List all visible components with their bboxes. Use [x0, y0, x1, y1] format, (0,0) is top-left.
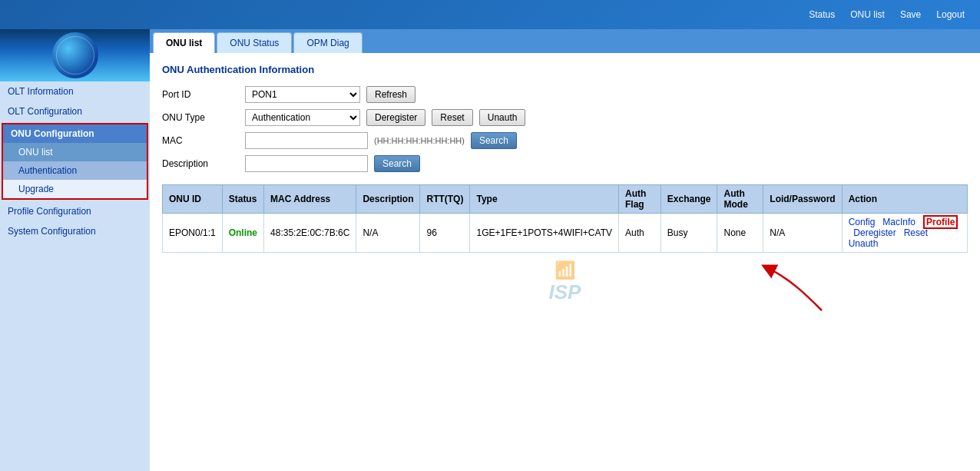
port-id-select[interactable]: PON1 PON2 PON3 PON4	[245, 86, 360, 103]
nav-logout[interactable]: Logout	[936, 9, 965, 20]
sidebar-logo	[0, 29, 150, 81]
onu-type-label: ONU Type	[162, 112, 239, 123]
content-wrapper: ONU ID Status MAC Address Description RT…	[162, 184, 968, 330]
sidebar-item-profile-config[interactable]: Profile Configuration	[0, 201, 150, 221]
main-layout: OLT Information OLT Configuration ONU Co…	[0, 29, 980, 471]
deregister-button[interactable]: Deregister	[366, 109, 425, 126]
content-area: ONU list ONU Status OPM Diag ONU Authent…	[150, 29, 980, 471]
cell-auth-flag: Auth	[618, 214, 661, 253]
description-label: Description	[162, 158, 239, 169]
cell-description: N/A	[356, 214, 420, 253]
nav-save[interactable]: Save	[900, 9, 921, 20]
refresh-button[interactable]: Refresh	[366, 86, 416, 103]
cell-exchange: Busy	[661, 214, 717, 253]
sidebar-item-onu-list[interactable]: ONU list	[3, 143, 147, 161]
table-header: ONU ID Status MAC Address Description RT…	[163, 185, 968, 214]
sidebar-item-olt-configuration[interactable]: OLT Configuration	[0, 101, 150, 121]
cell-type: 1GE+1FE+1POTS+4WIFI+CATV	[470, 214, 619, 253]
mac-hint: (HH:HH:HH:HH:HH:HH)	[374, 136, 465, 145]
action-config[interactable]: Config	[849, 217, 876, 227]
col-auth-mode: Auth Mode	[717, 185, 763, 214]
description-row: Description Search	[162, 155, 968, 172]
mac-label: MAC	[162, 135, 239, 146]
sidebar: OLT Information OLT Configuration ONU Co…	[0, 29, 150, 471]
col-description: Description	[356, 185, 420, 214]
description-input[interactable]	[245, 155, 368, 172]
sidebar-onu-config-section: ONU Configuration ONU list Authenticatio…	[2, 123, 148, 200]
tab-onu-status[interactable]: ONU Status	[217, 32, 292, 53]
tab-bar: ONU list ONU Status OPM Diag	[150, 29, 980, 53]
port-id-label: Port ID	[162, 89, 239, 100]
nav-status[interactable]: Status	[809, 9, 835, 20]
action-profile[interactable]: Profile	[923, 215, 958, 229]
sidebar-item-olt-information[interactable]: OLT Information	[0, 81, 150, 101]
mac-input[interactable]	[245, 132, 368, 149]
col-onu-id: ONU ID	[163, 185, 223, 214]
cell-auth-mode: None	[717, 214, 763, 253]
onu-table: ONU ID Status MAC Address Description RT…	[162, 184, 968, 253]
col-rtt: RTT(TQ)	[420, 185, 470, 214]
table-row: EPON0/1:1 Online 48:35:2E:0C:7B:6C N/A 9…	[163, 214, 968, 253]
col-auth-flag: Auth Flag	[618, 185, 661, 214]
nav-onu-list[interactable]: ONU list	[850, 9, 885, 20]
top-nav: Status ONU list Save Logout	[0, 0, 980, 29]
action-deregister[interactable]: Deregister	[853, 227, 896, 238]
isp-watermark: 📶 ISP	[549, 260, 581, 304]
col-exchange: Exchange	[661, 185, 717, 214]
reset-button[interactable]: Reset	[432, 109, 472, 126]
arrow-annotation	[753, 257, 829, 318]
globe-icon	[52, 32, 98, 78]
tab-onu-list[interactable]: ONU list	[153, 32, 215, 53]
table-body: EPON0/1:1 Online 48:35:2E:0C:7B:6C N/A 9…	[163, 214, 968, 253]
network-lines-icon	[56, 36, 94, 75]
action-unauth[interactable]: Unauth	[849, 238, 879, 249]
cell-rtt: 96	[420, 214, 470, 253]
cell-mac: 48:35:2E:0C:7B:6C	[264, 214, 356, 253]
cell-onu-id: EPON0/1:1	[163, 214, 223, 253]
cell-loid: N/A	[763, 214, 842, 253]
cell-action: Config MacInfo Profile Deregister Reset	[842, 214, 967, 253]
col-type: Type	[470, 185, 619, 214]
onu-type-row: ONU Type Authentication All Unauth Dereg…	[162, 109, 968, 126]
sidebar-item-upgrade[interactable]: Upgrade	[3, 180, 147, 198]
col-loid: Loid/Password	[763, 185, 842, 214]
cell-status: Online	[222, 214, 263, 253]
mac-search-button[interactable]: Search	[471, 132, 517, 149]
mac-row: MAC (HH:HH:HH:HH:HH:HH) Search	[162, 132, 968, 149]
port-id-row: Port ID PON1 PON2 PON3 PON4 Refresh	[162, 86, 968, 103]
page-title: ONU Authentication Information	[162, 64, 968, 75]
tab-opm-diag[interactable]: OPM Diag	[293, 32, 362, 53]
action-reset[interactable]: Reset	[904, 227, 928, 238]
sidebar-item-system-config[interactable]: System Configuration	[0, 221, 150, 241]
col-status: Status	[222, 185, 263, 214]
sidebar-onu-config-title[interactable]: ONU Configuration	[3, 124, 147, 143]
unauth-button[interactable]: Unauth	[479, 109, 526, 126]
col-mac: MAC Address	[264, 185, 356, 214]
col-action: Action	[842, 185, 967, 214]
page-content: ONU Authentication Information Port ID P…	[150, 53, 980, 340]
onu-type-select[interactable]: Authentication All Unauth	[245, 109, 360, 126]
sidebar-item-authentication[interactable]: Authentication	[3, 161, 147, 180]
action-macinfo[interactable]: MacInfo	[882, 217, 915, 227]
description-search-button[interactable]: Search	[374, 155, 420, 172]
